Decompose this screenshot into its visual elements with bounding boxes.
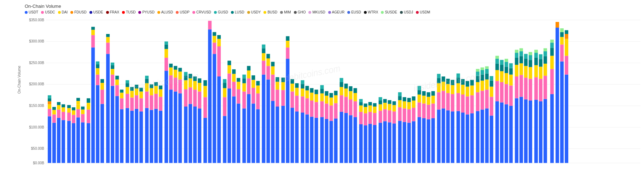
svg-rect-87 (126, 94, 129, 108)
svg-rect-31 (62, 120, 65, 163)
svg-text:Jun 2023: Jun 2023 (340, 166, 353, 167)
svg-text:Feb 2024: Feb 2024 (496, 166, 510, 167)
svg-rect-420 (500, 65, 504, 71)
svg-rect-389 (476, 92, 480, 111)
svg-rect-342 (422, 118, 426, 163)
svg-rect-465 (539, 59, 543, 67)
svg-rect-384 (470, 113, 474, 163)
svg-rect-431 (509, 68, 513, 75)
svg-rect-333 (412, 121, 416, 163)
svg-rect-436 (515, 58, 518, 65)
legend-item-usdj: USDJ (400, 10, 413, 14)
svg-rect-142 (188, 104, 192, 163)
svg-rect-347 (427, 105, 430, 119)
svg-rect-320 (398, 121, 402, 163)
svg-rect-201 (256, 81, 260, 86)
svg-rect-371 (457, 111, 460, 163)
legend-item-ageur: AGEUR (328, 10, 345, 14)
svg-text:Sep 2022: Sep 2022 (166, 166, 179, 167)
svg-rect-355 (437, 92, 441, 110)
svg-text:Apr 2022: Apr 2022 (71, 166, 83, 167)
svg-rect-484 (560, 32, 564, 37)
svg-rect-197 (251, 75, 255, 80)
svg-rect-260 (325, 91, 328, 96)
chart-svg: insidebitcoins.com $350.00B $300.00B $25… (25, 16, 640, 167)
legend-label-dai: DAI (62, 10, 68, 14)
legend-label-usdy: USDY (251, 10, 261, 14)
svg-rect-339 (418, 95, 421, 102)
svg-rect-254 (320, 93, 324, 101)
svg-rect-183 (237, 82, 240, 89)
svg-rect-47 (76, 98, 80, 101)
svg-rect-274 (344, 113, 348, 163)
svg-rect-438 (515, 50, 518, 53)
legend-label-gusd: GUSD (218, 10, 228, 14)
svg-rect-443 (520, 51, 523, 56)
svg-rect-298 (369, 102, 372, 105)
legend-label-mkusd: MKUSD (312, 10, 325, 14)
svg-rect-318 (393, 105, 396, 112)
svg-rect-23 (52, 123, 56, 163)
svg-rect-108 (150, 110, 153, 163)
svg-rect-169 (223, 97, 226, 116)
legend-dot-usdm (416, 11, 419, 14)
legend-label-usdt: USDT (29, 10, 38, 14)
svg-rect-426 (505, 62, 508, 67)
svg-rect-185 (242, 108, 246, 163)
svg-rect-237 (301, 88, 304, 96)
svg-rect-444 (520, 48, 523, 51)
svg-rect-419 (500, 71, 504, 82)
legend-dot-usdt (25, 11, 28, 14)
svg-rect-122 (164, 49, 168, 57)
svg-rect-460 (534, 53, 538, 58)
svg-rect-171 (223, 83, 226, 88)
legend-dot-usdy (247, 11, 250, 14)
svg-rect-167 (217, 35, 221, 39)
svg-text:Jan 2024: Jan 2024 (477, 166, 490, 167)
svg-rect-46 (76, 101, 80, 105)
svg-rect-459 (534, 58, 538, 65)
svg-rect-198 (256, 109, 260, 163)
svg-rect-40 (72, 115, 75, 123)
svg-rect-44 (76, 109, 80, 117)
svg-rect-32 (62, 112, 65, 120)
svg-rect-386 (470, 86, 474, 96)
svg-rect-125 (169, 90, 173, 163)
svg-rect-297 (369, 105, 372, 112)
legend-item-eusd: EUSD (347, 10, 361, 14)
svg-rect-310 (383, 103, 387, 109)
svg-rect-42 (72, 107, 75, 110)
svg-rect-405 (485, 66, 489, 69)
svg-rect-364 (446, 93, 450, 110)
svg-rect-466 (539, 54, 543, 59)
svg-rect-277 (344, 84, 348, 88)
svg-rect-181 (237, 104, 240, 163)
svg-rect-286 (359, 124, 363, 163)
svg-rect-90 (126, 80, 129, 84)
svg-rect-159 (208, 21, 211, 29)
svg-rect-239 (301, 80, 304, 84)
legend-label-usdc: USDC (45, 10, 55, 14)
svg-rect-440 (520, 75, 523, 97)
legend-label-busd: BUSD (267, 10, 277, 14)
legend-dot-dai (58, 11, 61, 14)
svg-rect-189 (242, 75, 246, 79)
svg-rect-457 (534, 77, 538, 100)
svg-rect-408 (490, 87, 493, 97)
svg-rect-146 (193, 107, 197, 163)
svg-rect-477 (550, 42, 554, 48)
svg-rect-404 (485, 69, 489, 74)
svg-rect-338 (418, 102, 421, 117)
svg-rect-244 (310, 117, 313, 163)
svg-rect-304 (379, 111, 382, 123)
svg-rect-360 (442, 91, 445, 108)
svg-rect-429 (509, 86, 513, 106)
svg-rect-328 (403, 97, 406, 101)
svg-rect-211 (271, 101, 274, 163)
svg-rect-271 (340, 87, 343, 95)
svg-rect-325 (403, 122, 406, 163)
y-axis-label: On-Chain Volume (17, 65, 21, 93)
legend-label-fdusd: FDUSD (74, 10, 86, 14)
svg-rect-470 (544, 56, 547, 64)
svg-rect-265 (334, 119, 338, 163)
